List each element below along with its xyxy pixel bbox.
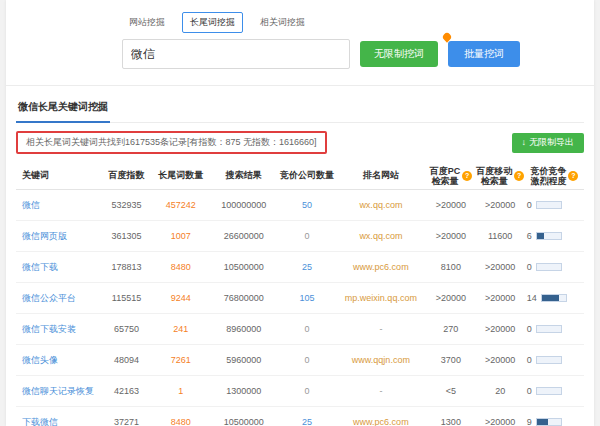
col-mobile-volume-line2: 检索量 xyxy=(476,176,512,186)
baidu-index-value: 532935 xyxy=(101,200,152,210)
ranking-site-link[interactable]: www.pc6.com xyxy=(336,417,427,426)
keyword-input[interactable] xyxy=(122,39,350,69)
search-results-value: 8960000 xyxy=(209,324,278,334)
competition-value: 14 xyxy=(527,293,537,303)
competition-cell: 0 xyxy=(525,386,584,396)
keyword-link[interactable]: 微信下载安装 xyxy=(18,323,101,336)
col-pc-volume-line2: 检索量 xyxy=(430,176,461,186)
competition-value: 0 xyxy=(527,355,532,365)
table-row: 微信聊天记录恢复42163113000000-<5200 xyxy=(16,376,584,407)
table-body: 微信53293545724210000000050wx.qq.com>20000… xyxy=(16,190,584,426)
keyword-link[interactable]: 微信 xyxy=(18,199,101,212)
baidu-index-value: 48094 xyxy=(101,355,152,365)
competition-bar-fill xyxy=(537,233,544,239)
col-search-results: 搜索结果 xyxy=(209,169,278,182)
mobile-volume-value: >20000 xyxy=(476,262,525,272)
competition-value: 9 xyxy=(527,417,532,426)
mobile-volume-value: >20000 xyxy=(476,200,525,210)
ranking-site-link[interactable]: wx.qq.com xyxy=(336,231,427,241)
pc-volume-value: >20000 xyxy=(426,293,475,303)
ranking-site-link: - xyxy=(336,386,427,396)
tab-related-mining[interactable]: 相关词挖掘 xyxy=(253,13,312,32)
keyword-link[interactable]: 微信聊天记录恢复 xyxy=(18,385,101,398)
col-pc-volume: 百度PC 检索量 ? xyxy=(426,166,475,186)
table-row: 微信下载安装6575024189600000-270>200000 xyxy=(16,314,584,345)
export-button[interactable]: ↓ 无限制导出 xyxy=(512,133,585,153)
competition-bar xyxy=(536,232,562,240)
longtail-count-link[interactable]: 7261 xyxy=(152,355,209,365)
content-card: 网站挖掘 长尾词挖掘 相关词挖掘 无限制挖词 批量挖词 微信长尾关键词挖掘 相关… xyxy=(6,0,594,426)
competition-bar xyxy=(536,325,562,333)
competition-bar-fill xyxy=(537,419,548,425)
baidu-index-value: 37271 xyxy=(101,417,152,426)
ranking-site-link[interactable]: mp.weixin.qq.com xyxy=(336,293,427,303)
table-row: 微信网页版3613051007266000000wx.qq.com>200001… xyxy=(16,221,584,252)
col-mobile-volume-line1: 百度移动 xyxy=(476,166,512,176)
batch-button-wrap: 批量挖词 xyxy=(448,41,520,67)
mobile-volume-value: >20000 xyxy=(476,324,525,334)
keyword-link[interactable]: 微信下载 xyxy=(18,261,101,274)
longtail-count-link[interactable]: 241 xyxy=(152,324,209,334)
search-results-value: 10500000 xyxy=(209,417,278,426)
unlimited-mining-button[interactable]: 无限制挖词 xyxy=(360,41,438,67)
bidding-companies-value: 0 xyxy=(278,231,335,241)
longtail-count-link[interactable]: 457242 xyxy=(152,200,209,210)
ranking-site-link[interactable]: www.qqjn.com xyxy=(336,355,427,365)
keyword-link[interactable]: 微信公众平台 xyxy=(18,292,101,305)
baidu-index-value: 178813 xyxy=(101,262,152,272)
competition-cell: 0 xyxy=(525,355,584,365)
tab-site-mining[interactable]: 网站挖掘 xyxy=(122,13,172,32)
pc-volume-value: 270 xyxy=(426,324,475,334)
export-button-label: 无限制导出 xyxy=(529,136,574,149)
pc-volume-value: <5 xyxy=(426,386,475,396)
batch-mining-button[interactable]: 批量挖词 xyxy=(448,41,520,67)
section-title: 微信长尾关键词挖掘 xyxy=(16,98,110,123)
keyword-link[interactable]: 微信网页版 xyxy=(18,230,101,243)
bidding-companies-value: 105 xyxy=(278,293,335,303)
pc-volume-value: 8100 xyxy=(426,262,475,272)
competition-bar xyxy=(536,263,562,271)
col-bidding-companies: 竞价公司数量 xyxy=(278,169,335,182)
search-results-value: 1300000 xyxy=(209,386,278,396)
help-icon[interactable]: ? xyxy=(568,171,578,181)
col-baidu-index: 百度指数 xyxy=(101,169,152,182)
col-competition-line1: 竞价竞争 xyxy=(530,166,566,176)
longtail-count-link[interactable]: 1007 xyxy=(152,231,209,241)
col-keyword: 关键词 xyxy=(18,169,101,182)
help-icon[interactable]: ? xyxy=(462,171,472,181)
ranking-site-link[interactable]: wx.qq.com xyxy=(336,200,427,210)
download-icon: ↓ xyxy=(522,138,527,147)
competition-bar xyxy=(536,418,562,426)
pc-volume-value: 3700 xyxy=(426,355,475,365)
competition-cell: 6 xyxy=(525,231,584,241)
competition-bar-fill xyxy=(542,295,559,301)
help-icon[interactable]: ? xyxy=(514,171,524,181)
table-row: 微信头像48094726159600000www.qqjn.com3700>20… xyxy=(16,345,584,376)
longtail-count-link[interactable]: 1 xyxy=(152,386,209,396)
competition-value: 6 xyxy=(527,231,532,241)
mobile-volume-value: 20 xyxy=(476,386,525,396)
summary-highlight-box: 相关长尾词关键词共找到1617535条记录[有指数：875 无指数：161666… xyxy=(16,131,327,154)
col-ranking-site: 排名网站 xyxy=(336,169,427,182)
competition-value: 0 xyxy=(527,200,532,210)
mobile-volume-value: >20000 xyxy=(476,293,525,303)
search-results-value: 100000000 xyxy=(209,200,278,210)
mining-tabs: 网站挖掘 长尾词挖掘 相关词挖掘 xyxy=(122,12,594,33)
competition-cell: 0 xyxy=(525,262,584,272)
pc-volume-value: >20000 xyxy=(426,231,475,241)
ranking-site-link[interactable]: www.pc6.com xyxy=(336,262,427,272)
col-competition: 竞价竞争 激烈程度 ? xyxy=(525,166,584,186)
col-pc-volume-label: 百度PC 检索量 xyxy=(430,166,461,186)
competition-cell: 14 xyxy=(525,293,584,303)
table-row: 微信53293545724210000000050wx.qq.com>20000… xyxy=(16,190,584,221)
col-mobile-volume-label: 百度移动 检索量 xyxy=(476,166,512,186)
tab-longtail-mining[interactable]: 长尾词挖掘 xyxy=(182,12,243,33)
competition-cell: 9 xyxy=(525,417,584,426)
keyword-link[interactable]: 下载微信 xyxy=(18,416,101,426)
competition-cell: 0 xyxy=(525,200,584,210)
keyword-link[interactable]: 微信头像 xyxy=(18,354,101,367)
longtail-count-link[interactable]: 8480 xyxy=(152,262,209,272)
table-row: 微信下载17881384801050000025www.pc6.com8100>… xyxy=(16,252,584,283)
longtail-count-link[interactable]: 9244 xyxy=(152,293,209,303)
longtail-count-link[interactable]: 8480 xyxy=(152,417,209,426)
